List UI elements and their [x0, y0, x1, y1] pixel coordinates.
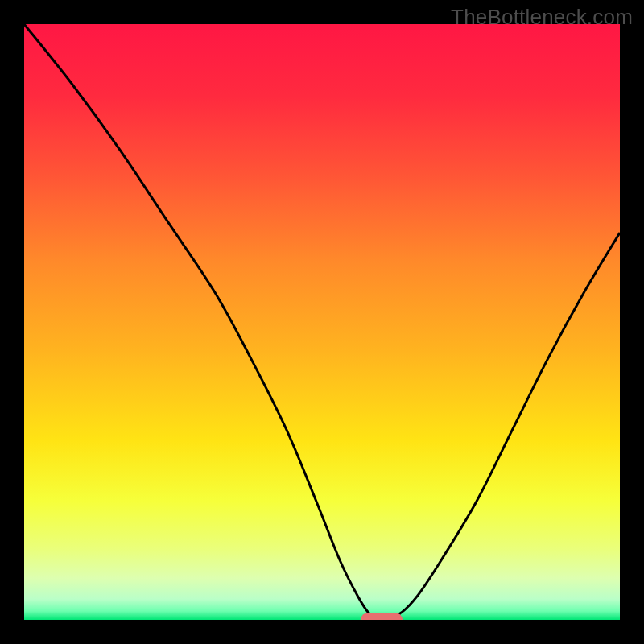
plot-area [24, 24, 620, 620]
bottleneck-chart [24, 24, 620, 620]
chart-frame: TheBottleneck.com [0, 0, 644, 644]
optimal-marker [361, 613, 402, 620]
gradient-background [24, 24, 620, 620]
